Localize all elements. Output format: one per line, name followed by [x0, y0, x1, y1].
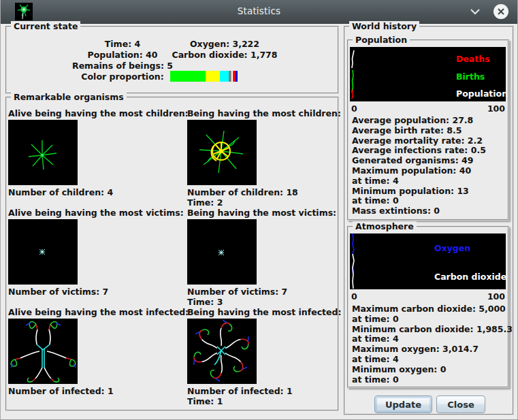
population-chart: Deaths Births Population — [350, 47, 506, 101]
window-title: Statistics — [0, 5, 518, 16]
remarkable-organisms-groupbox: Remarkable organisms Alive being having … — [5, 97, 339, 411]
population-box: Population Deaths Births Population 0 10… — [347, 39, 509, 221]
cell-header: Being having the most children: — [187, 108, 364, 119]
cell-most-victims: Being having the most victims: Number of… — [187, 208, 364, 307]
stat-line: Maximum oxygen: 3,014.7 — [352, 344, 506, 355]
stat-line: Average mortality rate: 2.2 — [352, 136, 506, 146]
legend-oxygen: Oxygen — [434, 243, 470, 253]
axis-max: 100 — [487, 103, 505, 114]
remains-value: Remains of beings: 5 — [41, 61, 204, 71]
carbon-dioxide-value: Carbon dioxide: 1,778 — [170, 50, 279, 61]
population-box-title: Population — [353, 35, 410, 45]
stat-line: Number of infected: 1 — [8, 386, 185, 396]
stat-line: Average population: 27.8 — [352, 116, 506, 126]
titlebar: Statistics — [0, 0, 518, 24]
population-stats: Average population: 27.8 Average birth r… — [352, 116, 506, 216]
stat-line: at time: 0 — [352, 314, 506, 325]
stat-line: Average infections rate: 0.5 — [352, 146, 506, 156]
organism-image-most-infected — [187, 319, 257, 384]
stat-line: Time: 2 — [187, 197, 364, 208]
stat-line: Generated organisms: 49 — [352, 156, 506, 166]
stat-line: Number of victims: 7 — [187, 287, 364, 297]
axis-min: 0 — [351, 291, 357, 302]
stat-line: Minimum carbon dioxide: 1,985.3 — [352, 325, 506, 335]
world-history-groupbox: World history Population Deaths Births P… — [344, 26, 514, 415]
stat-line: Number of victims: 7 — [8, 287, 185, 297]
stat-line: Minimum population: 13 — [352, 187, 506, 197]
shade-button[interactable] — [469, 6, 481, 17]
remarkable-organisms-title: Remarkable organisms — [11, 92, 127, 102]
stat-line: at time: 0 — [352, 375, 506, 385]
color-proportion-bar — [170, 71, 238, 82]
atmosphere-chart: Oxygen Carbon dioxide — [350, 233, 506, 289]
organism-image-most-children — [187, 120, 257, 185]
cell-most-children: Being having the most children: Number o… — [187, 108, 364, 208]
stat-line: Number of infected: 1 — [187, 386, 364, 396]
atmosphere-x-axis: 0 100 — [351, 291, 505, 302]
cell-alive-most-victims: Alive being having the most victims: Num… — [8, 208, 185, 297]
stat-line: Minimum oxygen: 0 — [352, 365, 506, 375]
current-state-title: Current state — [11, 21, 80, 31]
current-state-groupbox: Current state Time: 4 Oxygen: 3,222 Popu… — [5, 26, 339, 94]
color-proportion-segment — [220, 71, 229, 82]
stat-line: Maximum population: 40 — [352, 166, 506, 176]
population-x-axis: 0 100 — [351, 103, 505, 114]
atmosphere-stats: Maximum carbon dioxide: 5,000 at time: 0… — [352, 304, 506, 385]
cell-header: Being having the most victims: — [187, 208, 364, 219]
cell-most-infected: Being having the most infected: — [187, 307, 364, 406]
organism-image-alive-most-infected — [8, 319, 78, 384]
legend-carbon-dioxide: Carbon dioxide — [434, 272, 506, 282]
stat-line: Number of children: 4 — [8, 187, 185, 197]
color-proportion-segment — [206, 71, 220, 82]
stat-line: Time: 3 — [187, 297, 364, 307]
organism-image-alive-most-victims — [8, 219, 78, 285]
stat-line: Mass extintions: 0 — [352, 206, 506, 216]
legend-births: Births — [456, 71, 485, 82]
axis-max: 100 — [487, 291, 505, 302]
stat-line: Maximum carbon dioxide: 5,000 — [352, 304, 506, 314]
cell-header: Alive being having the most children: — [8, 108, 185, 119]
axis-min: 0 — [351, 103, 357, 114]
atmosphere-box-title: Atmosphere — [353, 221, 417, 231]
chevron-down-icon — [469, 6, 481, 17]
oxygen-value: Oxygen: 3,222 — [170, 39, 279, 50]
stat-line: Number of children: 18 — [187, 187, 364, 197]
stat-line: at time: 4 — [352, 176, 506, 187]
stat-line: at time: 0 — [352, 196, 506, 206]
update-button[interactable]: Update — [374, 395, 432, 413]
stat-line: at time: 4 — [352, 355, 506, 365]
cell-alive-most-infected: Alive being having the most infected: — [8, 307, 185, 396]
legend-deaths: Deaths — [456, 54, 490, 64]
color-proportion-segment — [170, 71, 206, 82]
close-icon — [496, 7, 506, 16]
stat-line: Average birth rate: 8.5 — [352, 126, 506, 136]
cell-header: Alive being having the most infected: — [8, 307, 185, 318]
cell-header: Alive being having the most victims: — [8, 208, 185, 219]
organism-image-alive-most-children — [8, 120, 78, 185]
close-action-button[interactable]: Close — [436, 395, 485, 413]
cell-header: Being having the most infected: — [187, 307, 364, 318]
legend-population: Population — [456, 88, 508, 99]
stat-line: at time: 4 — [352, 334, 506, 344]
organism-image-most-victims — [187, 219, 257, 285]
color-proportion-segment — [236, 71, 238, 82]
cell-alive-most-children: Alive being having the most children: Nu… — [8, 108, 185, 197]
world-history-title: World history — [349, 21, 419, 31]
close-button[interactable] — [493, 4, 508, 19]
atmosphere-box: Atmosphere Oxygen Carbon dioxide 0 100 M… — [347, 226, 509, 388]
stat-line: Time: 1 — [187, 396, 364, 406]
